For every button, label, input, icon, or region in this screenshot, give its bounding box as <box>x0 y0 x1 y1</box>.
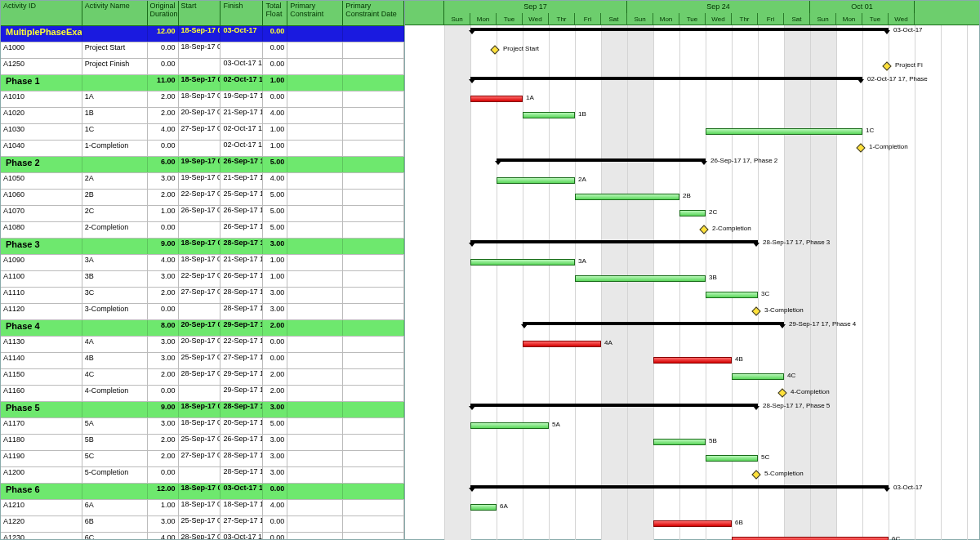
cell-activity-id[interactable]: A1150 <box>1 369 82 385</box>
cell-duration[interactable]: 0.00 <box>148 141 179 156</box>
activity-row[interactable]: A11003B3.0022-Sep-17 0826-Sep-17 171.00 <box>1 271 404 288</box>
cell-primary-constraint[interactable] <box>287 141 343 156</box>
activity-row[interactable]: A12206B3.0025-Sep-17 0827-Sep-17 170.00 <box>1 516 404 533</box>
cell-finish[interactable]: 21-Sep-17 17 <box>220 255 263 270</box>
cell-start[interactable]: 25-Sep-17 08 <box>179 516 221 532</box>
cell-float[interactable]: 1.00 <box>263 141 287 156</box>
cell-primary-constraint[interactable] <box>287 467 343 483</box>
cell-activity-name[interactable]: 6C <box>82 533 148 539</box>
cell-activity-name[interactable]: 4C <box>82 369 148 385</box>
cell-duration[interactable]: 3.00 <box>148 271 179 287</box>
cell-duration[interactable]: 4.00 <box>148 533 179 539</box>
cell-float[interactable]: 3.00 <box>263 304 287 319</box>
cell-duration[interactable]: 2.00 <box>148 91 179 107</box>
cell-finish[interactable]: 25-Sep-17 17 <box>220 190 263 205</box>
cell-duration[interactable]: 3.00 <box>148 418 179 434</box>
cell-activity-id[interactable]: A1090 <box>1 255 82 270</box>
activity-row[interactable]: A10401-Completion0.0002-Oct-17 171.00 <box>1 141 404 157</box>
cell-float[interactable]: 0.00 <box>263 91 287 107</box>
cell-finish[interactable]: 03-Oct-17 17 <box>220 59 263 74</box>
gantt-bar[interactable] <box>732 373 784 380</box>
cell-duration[interactable]: 2.00 <box>148 190 179 205</box>
cell-start[interactable]: 18-Sep-17 0 <box>179 75 221 91</box>
cell-float[interactable]: 0.00 <box>263 533 287 539</box>
cell-primary-constraint-date[interactable] <box>343 271 404 287</box>
cell-activity-name[interactable]: 2C <box>82 206 148 221</box>
cell-primary-constraint[interactable] <box>287 418 343 434</box>
cell-primary-constraint[interactable] <box>287 386 343 401</box>
cell-finish[interactable]: 22-Sep-17 17 <box>220 337 263 352</box>
gantt-bar[interactable] <box>470 504 497 511</box>
cell-activity-id[interactable]: A1180 <box>1 435 82 450</box>
phase-row[interactable]: Phase 59.0018-Sep-17 028-Sep-17 13.00 <box>1 402 404 418</box>
cell-activity-name[interactable]: 4B <box>82 353 148 368</box>
cell-primary-constraint-date[interactable] <box>343 173 404 189</box>
cell-activity-id[interactable]: A1220 <box>1 516 82 532</box>
cell-start[interactable]: 27-Sep-17 08 <box>179 288 221 303</box>
activity-row[interactable]: A10201B2.0020-Sep-17 0821-Sep-17 174.00 <box>1 108 404 124</box>
cell-float[interactable]: 0.00 <box>263 516 287 532</box>
cell-start[interactable] <box>179 467 221 483</box>
cell-float[interactable]: 4.00 <box>263 173 287 189</box>
gantt-bar[interactable] <box>497 177 575 184</box>
cell-activity-id[interactable]: A1070 <box>1 206 82 221</box>
cell-primary-constraint-date[interactable] <box>343 91 404 107</box>
cell-primary-constraint[interactable] <box>287 157 343 172</box>
cell-start[interactable]: 28-Sep-17 08 <box>179 369 221 385</box>
cell-finish[interactable]: 21-Sep-17 17 <box>220 108 263 123</box>
cell-activity-name[interactable] <box>82 402 148 417</box>
cell-start[interactable]: 18-Sep-17 08 <box>179 500 221 515</box>
col-duration[interactable]: Original Duration <box>148 1 179 25</box>
cell-primary-constraint[interactable] <box>287 124 343 140</box>
activity-row[interactable]: A10702C1.0026-Sep-17 0826-Sep-17 175.00 <box>1 206 404 222</box>
cell-activity-id[interactable]: A1130 <box>1 337 82 352</box>
cell-float[interactable]: 3.00 <box>263 239 287 254</box>
cell-primary-constraint-date[interactable] <box>343 435 404 450</box>
cell-finish[interactable]: 19-Sep-17 17 <box>220 91 263 107</box>
activity-row[interactable]: A11805B2.0025-Sep-17 0826-Sep-17 173.00 <box>1 435 404 451</box>
phase-row[interactable]: Phase 111.0018-Sep-17 002-Oct-17 11.00 <box>1 75 404 91</box>
cell-float[interactable]: 3.00 <box>263 402 287 417</box>
activity-row[interactable]: A10602B2.0022-Sep-17 0825-Sep-17 175.00 <box>1 190 404 206</box>
cell-primary-constraint-date[interactable] <box>343 59 404 74</box>
cell-float[interactable]: 0.00 <box>263 59 287 74</box>
cell-finish[interactable]: 21-Sep-17 17 <box>220 173 263 189</box>
cell-activity-id[interactable]: A1190 <box>1 451 82 466</box>
cell-activity-name[interactable]: 1-Completion <box>82 141 148 156</box>
cell-finish[interactable]: 27-Sep-17 17 <box>220 353 263 368</box>
cell-start[interactable]: 18-Sep-17 0 <box>179 402 221 417</box>
cell-finish[interactable]: 18-Sep-17 17 <box>220 500 263 515</box>
cell-primary-constraint-date[interactable] <box>343 141 404 156</box>
gantt-bar[interactable] <box>653 439 706 445</box>
activity-row[interactable]: A11504C2.0028-Sep-17 0829-Sep-17 172.00 <box>1 369 404 386</box>
cell-finish[interactable]: 02-Oct-17 1 <box>220 75 263 91</box>
gantt-bar[interactable] <box>653 357 732 364</box>
cell-primary-constraint-date[interactable] <box>343 402 404 417</box>
cell-primary-constraint-date[interactable] <box>343 320 404 336</box>
cell-primary-constraint-date[interactable] <box>343 222 404 238</box>
activity-row[interactable]: A10101A2.0018-Sep-17 0819-Sep-17 170.00 <box>1 91 404 108</box>
cell-primary-constraint[interactable] <box>287 108 343 123</box>
cell-primary-constraint-date[interactable] <box>343 124 404 140</box>
cell-finish[interactable]: 20-Sep-17 17 <box>220 418 263 434</box>
cell-start[interactable]: 25-Sep-17 08 <box>179 353 221 368</box>
cell-primary-constraint-date[interactable] <box>343 239 404 254</box>
cell-float[interactable]: 0.00 <box>263 337 287 352</box>
summary-bar[interactable] <box>470 404 758 407</box>
cell-activity-name[interactable]: 6A <box>82 500 148 515</box>
gantt-bar[interactable] <box>706 292 758 298</box>
summary-bar[interactable] <box>470 28 889 31</box>
cell-duration[interactable]: 0.00 <box>148 59 179 74</box>
cell-start[interactable]: 18-Sep-17 0 <box>179 239 221 254</box>
cell-primary-constraint-date[interactable] <box>343 42 404 58</box>
cell-activity-name[interactable]: Project Finish <box>82 59 148 74</box>
cell-activity-id[interactable]: A1060 <box>1 190 82 205</box>
cell-float[interactable]: 5.00 <box>263 222 287 238</box>
cell-primary-constraint[interactable] <box>287 42 343 58</box>
cell-activity-id[interactable]: A1200 <box>1 467 82 483</box>
gantt-bar[interactable] <box>470 259 575 266</box>
cell-start[interactable] <box>179 59 221 74</box>
summary-bar[interactable] <box>470 485 889 489</box>
cell-duration[interactable]: 2.00 <box>148 108 179 123</box>
cell-finish[interactable]: 29-Sep-17 1 <box>220 320 263 336</box>
